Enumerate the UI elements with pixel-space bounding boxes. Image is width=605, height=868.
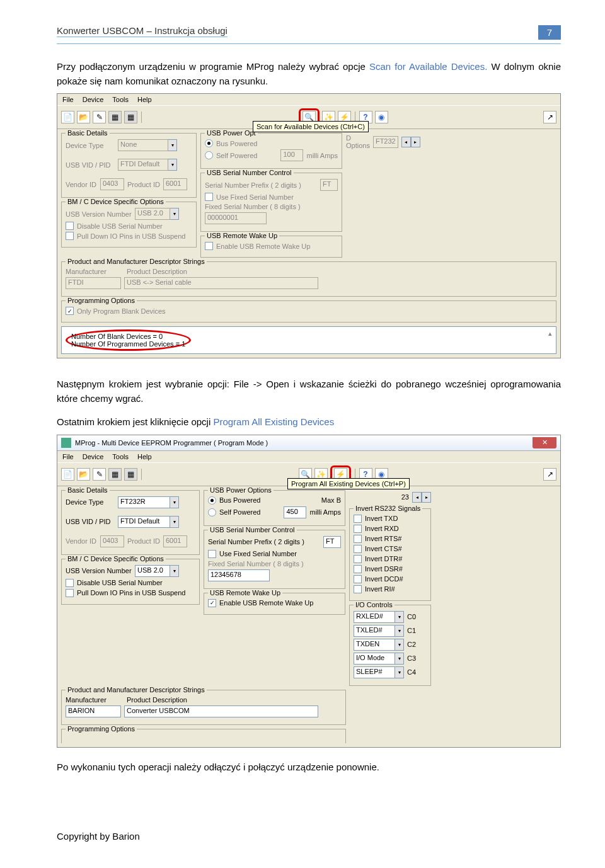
- vidpid-dropdown[interactable]: FTDI Default▾: [118, 159, 177, 171]
- exit-icon[interactable]: ↗: [543, 111, 556, 123]
- fixed-sn-checkbox-2[interactable]: [208, 550, 216, 558]
- fixed-sn-checkbox[interactable]: [205, 193, 213, 201]
- descriptor-strings-fieldset-2: Product and Manufacturer Descriptor Stri…: [61, 690, 346, 725]
- close-button[interactable]: ✕: [533, 437, 556, 448]
- pull-down-checkbox[interactable]: [66, 232, 74, 240]
- new-icon-2[interactable]: 📄: [61, 468, 74, 481]
- new-icon[interactable]: 📄: [61, 111, 74, 123]
- device-type-dropdown[interactable]: None▾: [118, 139, 177, 151]
- invert-txd-checkbox[interactable]: [354, 515, 362, 523]
- output-box: Number Of Blank Devices = 0 Number Of Pr…: [61, 326, 556, 354]
- descriptor-strings-fieldset: Product and Manufacturer Descriptor Stri…: [61, 261, 556, 297]
- invert-dtr-checkbox[interactable]: [354, 555, 362, 563]
- programming-options-fieldset: Programming Options ✓Only Program Blank …: [61, 300, 556, 323]
- fixed-sn-input-2[interactable]: 12345678: [208, 569, 270, 581]
- c2-dropdown[interactable]: TXDEN▾: [354, 639, 404, 651]
- product-id-input[interactable]: 6001: [163, 178, 187, 190]
- vidpid-dropdown-2[interactable]: FTDI Default▾: [118, 516, 179, 528]
- basic-details-fieldset: Basic Details Device Type None▾ USB VID …: [61, 133, 197, 198]
- manufacturer-input[interactable]: FTDI: [66, 277, 121, 289]
- open-icon-2[interactable]: 📂: [77, 468, 90, 481]
- edit-icon[interactable]: ✎: [93, 111, 106, 123]
- serial-number-fieldset: USB Serial Number Control Serial Number …: [200, 173, 342, 232]
- vendor-id-input-2[interactable]: 0403: [100, 535, 124, 547]
- program-tooltip: Program All Existing Devices (Ctrl+P): [287, 478, 410, 489]
- vendor-id-input[interactable]: 0403: [100, 178, 124, 190]
- menu-device[interactable]: Device: [83, 96, 104, 103]
- header-title: Konwerter USBCOM – Instrukcja obsługi: [57, 25, 538, 40]
- device-type-dropdown-2[interactable]: FT232R▾: [118, 496, 179, 508]
- open-icon[interactable]: 📂: [77, 111, 90, 123]
- paragraph-2: Następnym krokiem jest wybranie opcji: F…: [57, 377, 561, 406]
- programming-options-fieldset-2: Programming Options: [61, 729, 346, 743]
- manufacturer-input-2[interactable]: BARION: [66, 705, 121, 717]
- self-powered-radio-2[interactable]: [208, 508, 216, 517]
- invert-rts-checkbox[interactable]: [354, 535, 362, 543]
- enable-wake-checkbox-2[interactable]: ✓: [208, 599, 216, 607]
- menu-help-2[interactable]: Help: [137, 453, 152, 460]
- scroll-arrows[interactable]: ◂▸: [401, 137, 420, 147]
- self-powered-radio[interactable]: [205, 151, 213, 159]
- exit-icon-2[interactable]: ↗: [543, 468, 556, 481]
- bm-device-fieldset-2: BM / C Device Specific Options USB Versi…: [61, 559, 200, 605]
- prod-desc-input-2[interactable]: Converter USBCOM: [124, 705, 318, 717]
- invert-signals-fieldset: Invert RS232 Signals Invert TXD Invert R…: [349, 508, 431, 601]
- menu-tools-2[interactable]: Tools: [112, 453, 129, 460]
- c4-dropdown[interactable]: SLEEP#▾: [354, 666, 404, 678]
- save-icon-2[interactable]: ▦: [108, 468, 122, 481]
- save-as-icon[interactable]: ▦: [124, 111, 137, 123]
- io-controls-fieldset: I/O Controls RXLED#▾C0 TXLED#▾C1 TXDEN▾C…: [349, 605, 431, 686]
- usb-version-dropdown[interactable]: USB 2.0▾: [135, 208, 179, 220]
- disable-sn-checkbox-2[interactable]: [66, 579, 74, 587]
- menu-file-2[interactable]: File: [62, 453, 74, 460]
- disable-sn-checkbox[interactable]: [66, 222, 74, 230]
- bm-device-fieldset: BM / C Device Specific Options USB Versi…: [61, 202, 197, 248]
- max-power-input[interactable]: 100: [280, 149, 303, 161]
- c1-dropdown[interactable]: TXLED#▾: [354, 625, 404, 637]
- only-blank-checkbox[interactable]: ✓: [66, 307, 74, 315]
- invert-cts-checkbox[interactable]: [354, 545, 362, 553]
- bus-powered-radio-2[interactable]: [208, 496, 216, 505]
- product-id-input-2[interactable]: 6001: [163, 535, 187, 547]
- menubar: File Device Tools Help: [57, 94, 560, 105]
- toolbar-2: 📄 📂 ✎ ▦ ▦ 🔍 ✨ ⚡ ? ◉ ↗ Program All Existi…: [57, 462, 560, 486]
- toolbar: 📄 📂 ✎ ▦ ▦ 🔍 ✨ ⚡ ? ◉ ↗ Scan for Available…: [57, 105, 560, 129]
- titlebar: MProg - Multi Device EEPROM Programmer (…: [57, 435, 560, 451]
- basic-details-fieldset-2: Basic Details Device Type FT232R▾ USB VI…: [61, 490, 200, 555]
- bus-powered-radio[interactable]: [205, 139, 213, 147]
- usb-version-dropdown-2[interactable]: USB 2.0▾: [135, 565, 179, 577]
- info-icon[interactable]: ◉: [375, 111, 388, 123]
- edit-icon-2[interactable]: ✎: [93, 468, 106, 481]
- app-icon: [61, 438, 71, 448]
- sn-prefix-input-2[interactable]: FT: [323, 536, 341, 548]
- menu-tools[interactable]: Tools: [112, 96, 129, 103]
- paragraph-3: Ostatnim krokiem jest kliknięcie opcji P…: [57, 415, 561, 430]
- c0-dropdown[interactable]: RXLED#▾: [354, 611, 404, 623]
- page-number: 7: [538, 25, 561, 40]
- invert-rxd-checkbox[interactable]: [354, 525, 362, 533]
- menu-help[interactable]: Help: [137, 96, 152, 103]
- wakeup-fieldset-2: USB Remote Wake Up ✓Enable USB Remote Wa…: [204, 593, 345, 615]
- c3-dropdown[interactable]: I/O Mode▾: [354, 653, 404, 665]
- scroll-arrows-2[interactable]: ◂▸: [412, 492, 431, 503]
- sn-prefix-input[interactable]: FT: [320, 179, 338, 191]
- window-title: MProg - Multi Device EEPROM Programmer (…: [75, 439, 268, 447]
- invert-dsr-checkbox[interactable]: [354, 565, 362, 573]
- scan-tooltip: Scan for Available Devices (Ctrl+C): [253, 121, 369, 132]
- invert-dcd-checkbox[interactable]: [354, 575, 362, 583]
- usb-power-fieldset: USB Power Opt Bus Powered Self Powered 1…: [200, 133, 342, 169]
- save-icon[interactable]: ▦: [108, 111, 122, 123]
- fixed-sn-input[interactable]: 00000001: [205, 212, 267, 224]
- menu-device-2[interactable]: Device: [83, 453, 104, 460]
- wakeup-fieldset: USB Remote Wake Up Enable USB Remote Wak…: [200, 236, 342, 258]
- save-as-icon-2[interactable]: ▦: [124, 468, 137, 481]
- pull-down-checkbox-2[interactable]: [66, 589, 74, 597]
- d-options-input[interactable]: FT232: [373, 136, 398, 148]
- prod-desc-input[interactable]: USB <-> Serial cable: [124, 277, 318, 289]
- invert-ri-checkbox[interactable]: [354, 585, 362, 593]
- serial-number-fieldset-2: USB Serial Number Control Serial Number …: [204, 530, 345, 589]
- screenshot-1: File Device Tools Help 📄 📂 ✎ ▦ ▦ 🔍 ✨ ⚡ ?…: [57, 93, 561, 358]
- max-power-input-2[interactable]: 450: [284, 506, 306, 518]
- enable-wake-checkbox[interactable]: [205, 242, 213, 250]
- menu-file[interactable]: File: [62, 96, 74, 103]
